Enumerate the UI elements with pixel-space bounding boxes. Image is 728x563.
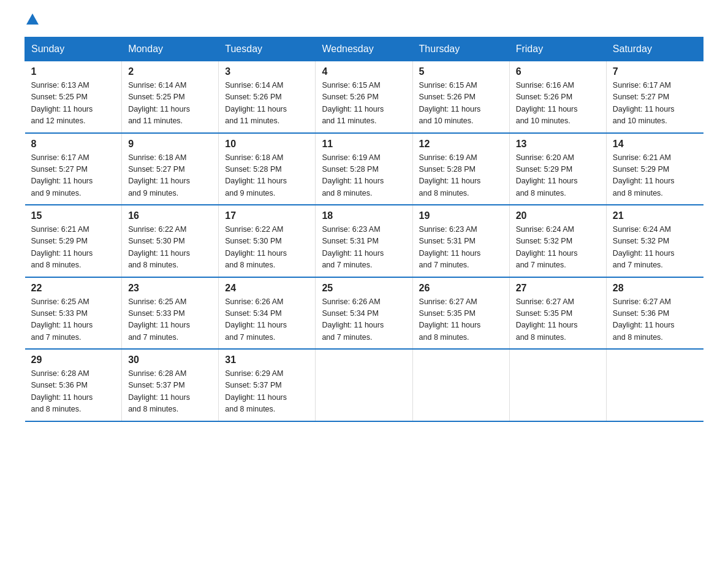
calendar-cell: 15 Sunrise: 6:21 AMSunset: 5:29 PMDaylig… <box>25 205 122 277</box>
day-number: 14 <box>613 139 697 150</box>
calendar-cell <box>316 349 412 421</box>
calendar-week-row: 22 Sunrise: 6:25 AMSunset: 5:33 PMDaylig… <box>25 277 703 350</box>
day-number: 24 <box>225 283 309 294</box>
day-info: Sunrise: 6:18 AMSunset: 5:27 PMDaylight:… <box>128 153 190 197</box>
calendar-cell <box>606 349 703 421</box>
day-number: 10 <box>225 139 309 150</box>
day-info: Sunrise: 6:22 AMSunset: 5:30 PMDaylight:… <box>128 225 190 269</box>
day-number: 11 <box>322 139 406 150</box>
day-number: 18 <box>322 210 406 221</box>
calendar-cell: 6 Sunrise: 6:16 AMSunset: 5:26 PMDayligh… <box>509 61 606 133</box>
calendar-week-row: 8 Sunrise: 6:17 AMSunset: 5:27 PMDayligh… <box>25 133 703 205</box>
day-info: Sunrise: 6:13 AMSunset: 5:25 PMDaylight:… <box>31 81 93 125</box>
day-info: Sunrise: 6:25 AMSunset: 5:33 PMDaylight:… <box>31 297 93 342</box>
calendar-cell: 21 Sunrise: 6:24 AMSunset: 5:32 PMDaylig… <box>606 205 703 277</box>
calendar-cell: 10 Sunrise: 6:18 AMSunset: 5:28 PMDaylig… <box>219 133 316 205</box>
day-info: Sunrise: 6:15 AMSunset: 5:26 PMDaylight:… <box>322 81 384 125</box>
col-header-tuesday: Tuesday <box>219 37 316 61</box>
day-info: Sunrise: 6:21 AMSunset: 5:29 PMDaylight:… <box>31 225 93 269</box>
day-number: 29 <box>31 354 116 366</box>
calendar-week-row: 29 Sunrise: 6:28 AMSunset: 5:36 PMDaylig… <box>25 349 703 421</box>
calendar-header: SundayMondayTuesdayWednesdayThursdayFrid… <box>25 37 703 61</box>
day-info: Sunrise: 6:14 AMSunset: 5:25 PMDaylight:… <box>128 81 190 125</box>
calendar-cell: 7 Sunrise: 6:17 AMSunset: 5:27 PMDayligh… <box>606 61 703 133</box>
calendar-cell: 2 Sunrise: 6:14 AMSunset: 5:25 PMDayligh… <box>122 61 219 133</box>
day-info: Sunrise: 6:24 AMSunset: 5:32 PMDaylight:… <box>613 225 675 269</box>
day-number: 20 <box>516 210 600 221</box>
calendar-table: SundayMondayTuesdayWednesdayThursdayFrid… <box>25 37 703 422</box>
day-info: Sunrise: 6:23 AMSunset: 5:31 PMDaylight:… <box>322 225 384 269</box>
calendar-cell <box>509 349 606 421</box>
calendar-cell: 12 Sunrise: 6:19 AMSunset: 5:28 PMDaylig… <box>412 133 509 205</box>
day-info: Sunrise: 6:27 AMSunset: 5:36 PMDaylight:… <box>613 297 675 342</box>
calendar-cell: 30 Sunrise: 6:28 AMSunset: 5:37 PMDaylig… <box>122 349 219 421</box>
day-info: Sunrise: 6:28 AMSunset: 5:37 PMDaylight:… <box>128 369 190 413</box>
col-header-monday: Monday <box>122 37 219 61</box>
day-info: Sunrise: 6:28 AMSunset: 5:36 PMDaylight:… <box>31 369 93 413</box>
day-number: 4 <box>322 66 406 77</box>
col-header-thursday: Thursday <box>412 37 509 61</box>
day-number: 28 <box>613 283 697 294</box>
calendar-cell: 31 Sunrise: 6:29 AMSunset: 5:37 PMDaylig… <box>219 349 316 421</box>
day-number: 19 <box>419 210 503 221</box>
day-number: 31 <box>225 354 309 366</box>
day-number: 13 <box>516 139 600 150</box>
day-number: 7 <box>613 66 697 77</box>
day-number: 23 <box>128 283 212 294</box>
day-info: Sunrise: 6:18 AMSunset: 5:28 PMDaylight:… <box>225 153 287 197</box>
day-number: 15 <box>31 210 116 221</box>
day-info: Sunrise: 6:26 AMSunset: 5:34 PMDaylight:… <box>225 297 287 342</box>
day-info: Sunrise: 6:24 AMSunset: 5:32 PMDaylight:… <box>516 225 578 269</box>
calendar-cell: 28 Sunrise: 6:27 AMSunset: 5:36 PMDaylig… <box>606 277 703 350</box>
day-number: 30 <box>128 354 212 366</box>
col-header-saturday: Saturday <box>606 37 703 61</box>
calendar-cell: 14 Sunrise: 6:21 AMSunset: 5:29 PMDaylig… <box>606 133 703 205</box>
calendar-cell: 9 Sunrise: 6:18 AMSunset: 5:27 PMDayligh… <box>122 133 219 205</box>
calendar-week-row: 1 Sunrise: 6:13 AMSunset: 5:25 PMDayligh… <box>25 61 703 133</box>
calendar-cell: 3 Sunrise: 6:14 AMSunset: 5:26 PMDayligh… <box>219 61 316 133</box>
calendar-cell: 25 Sunrise: 6:26 AMSunset: 5:34 PMDaylig… <box>316 277 412 350</box>
calendar-cell: 26 Sunrise: 6:27 AMSunset: 5:35 PMDaylig… <box>412 277 509 350</box>
calendar-cell: 22 Sunrise: 6:25 AMSunset: 5:33 PMDaylig… <box>25 277 122 350</box>
day-number: 5 <box>419 66 503 77</box>
calendar-cell: 27 Sunrise: 6:27 AMSunset: 5:35 PMDaylig… <box>509 277 606 350</box>
calendar-week-row: 15 Sunrise: 6:21 AMSunset: 5:29 PMDaylig… <box>25 205 703 277</box>
day-number: 26 <box>419 283 503 294</box>
col-header-friday: Friday <box>509 37 606 61</box>
calendar-cell: 17 Sunrise: 6:22 AMSunset: 5:30 PMDaylig… <box>219 205 316 277</box>
day-number: 25 <box>322 283 406 294</box>
day-number: 2 <box>128 66 212 77</box>
day-number: 22 <box>31 283 116 294</box>
day-number: 12 <box>419 139 503 150</box>
day-info: Sunrise: 6:14 AMSunset: 5:26 PMDaylight:… <box>225 81 287 125</box>
day-info: Sunrise: 6:29 AMSunset: 5:37 PMDaylight:… <box>225 369 287 413</box>
calendar-cell: 29 Sunrise: 6:28 AMSunset: 5:36 PMDaylig… <box>25 349 122 421</box>
calendar-cell: 8 Sunrise: 6:17 AMSunset: 5:27 PMDayligh… <box>25 133 122 205</box>
day-info: Sunrise: 6:19 AMSunset: 5:28 PMDaylight:… <box>419 153 481 197</box>
calendar-cell: 19 Sunrise: 6:23 AMSunset: 5:31 PMDaylig… <box>412 205 509 277</box>
day-info: Sunrise: 6:23 AMSunset: 5:31 PMDaylight:… <box>419 225 481 269</box>
calendar-cell: 16 Sunrise: 6:22 AMSunset: 5:30 PMDaylig… <box>122 205 219 277</box>
day-info: Sunrise: 6:17 AMSunset: 5:27 PMDaylight:… <box>31 153 93 197</box>
day-info: Sunrise: 6:15 AMSunset: 5:26 PMDaylight:… <box>419 81 481 125</box>
day-number: 9 <box>128 139 212 150</box>
day-info: Sunrise: 6:19 AMSunset: 5:28 PMDaylight:… <box>322 153 384 197</box>
day-number: 17 <box>225 210 309 221</box>
day-number: 3 <box>225 66 309 77</box>
col-header-wednesday: Wednesday <box>316 37 412 61</box>
calendar-cell: 13 Sunrise: 6:20 AMSunset: 5:29 PMDaylig… <box>509 133 606 205</box>
day-info: Sunrise: 6:17 AMSunset: 5:27 PMDaylight:… <box>613 81 675 125</box>
calendar-cell: 23 Sunrise: 6:25 AMSunset: 5:33 PMDaylig… <box>122 277 219 350</box>
page-header <box>25 18 703 25</box>
calendar-cell <box>412 349 509 421</box>
calendar-cell: 24 Sunrise: 6:26 AMSunset: 5:34 PMDaylig… <box>219 277 316 350</box>
day-info: Sunrise: 6:25 AMSunset: 5:33 PMDaylight:… <box>128 297 190 342</box>
calendar-cell: 20 Sunrise: 6:24 AMSunset: 5:32 PMDaylig… <box>509 205 606 277</box>
day-info: Sunrise: 6:20 AMSunset: 5:29 PMDaylight:… <box>516 153 578 197</box>
day-info: Sunrise: 6:16 AMSunset: 5:26 PMDaylight:… <box>516 81 578 125</box>
day-number: 8 <box>31 139 116 150</box>
day-number: 21 <box>613 210 697 221</box>
calendar-cell: 4 Sunrise: 6:15 AMSunset: 5:26 PMDayligh… <box>316 61 412 133</box>
day-info: Sunrise: 6:27 AMSunset: 5:35 PMDaylight:… <box>419 297 481 342</box>
day-number: 6 <box>516 66 600 77</box>
